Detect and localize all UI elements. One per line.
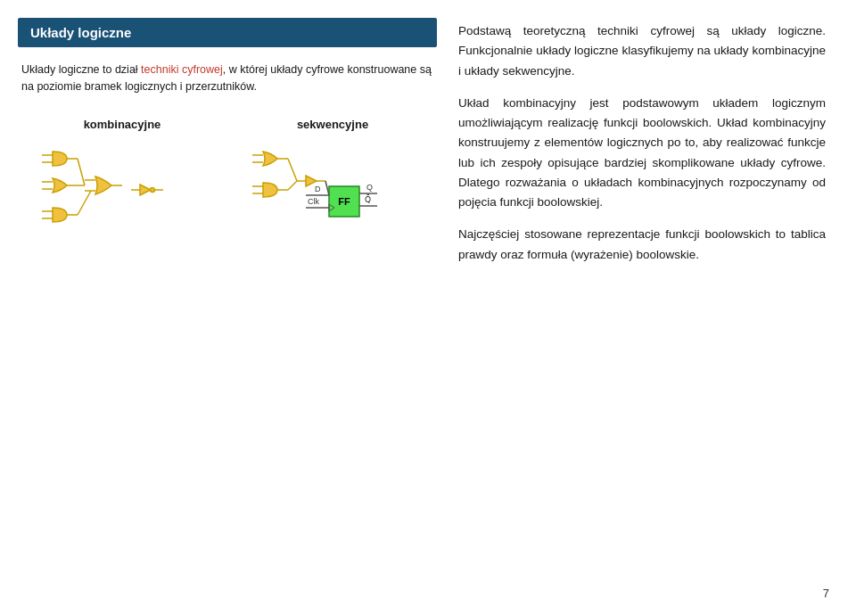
left-column: Układy logiczne Układy logiczne to dział… <box>18 18 437 598</box>
svg-line-12 <box>78 159 85 185</box>
diagram-label-left: kombinacyjne <box>84 118 161 131</box>
diagram-kombinacyjne: kombinacyjne <box>21 118 223 252</box>
svg-line-35 <box>288 159 297 181</box>
page-number: 7 <box>823 587 829 600</box>
intro-highlight: techniki cyfrowej <box>141 63 223 76</box>
sekwencyjne-svg: FF D Clk Q Q̄ <box>243 136 422 252</box>
svg-text:Q: Q <box>366 183 373 192</box>
intro-text-before: Układy logiczne to dział <box>21 63 141 76</box>
svg-text:D: D <box>315 185 321 193</box>
right-text-block: Podstawą teoretyczną techniki cyfrowej s… <box>458 21 826 265</box>
kombinacyjne-svg <box>33 136 211 252</box>
right-column: Podstawą teoretyczną techniki cyfrowej s… <box>458 18 829 598</box>
intro-paragraph: Układy logiczne to dział techniki cyfrow… <box>18 62 437 96</box>
svg-text:Q̄: Q̄ <box>365 194 371 204</box>
diagram-sekwencyjne: sekwencyjne <box>232 118 433 252</box>
svg-point-16 <box>151 187 155 192</box>
right-paragraph-3: Najczęściej stosowane reprezentacje funk… <box>458 225 826 265</box>
svg-text:Clk: Clk <box>308 197 319 206</box>
diagrams-section: kombinacyjne <box>18 118 437 252</box>
svg-line-14 <box>78 191 91 215</box>
right-paragraph-1: Podstawą teoretyczną techniki cyfrowej s… <box>458 21 826 81</box>
section-title: Układy logiczne <box>18 18 437 47</box>
svg-line-36 <box>288 181 297 190</box>
diagram-label-right: sekwencyjne <box>297 118 368 131</box>
svg-text:FF: FF <box>338 196 350 207</box>
right-paragraph-2: Układ kombinacyjny jest podstawowym ukła… <box>458 94 826 213</box>
page-container: Układy logiczne Układy logiczne to dział… <box>0 0 856 616</box>
